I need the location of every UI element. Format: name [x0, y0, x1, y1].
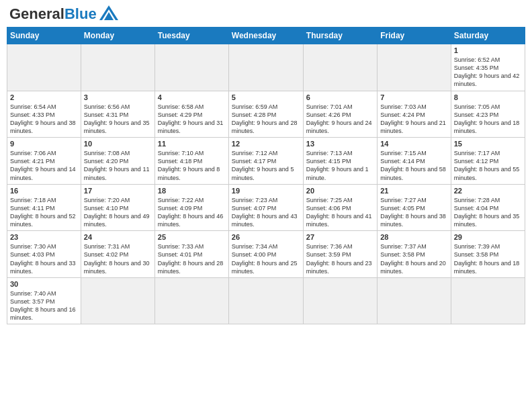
calendar-cell: 17Sunrise: 7:20 AMSunset: 4:10 PMDayligh… — [81, 184, 154, 231]
calendar-cell: 2Sunrise: 6:54 AMSunset: 4:33 PMDaylight… — [7, 91, 81, 138]
logo-general: General — [9, 5, 64, 22]
calendar-cell: 16Sunrise: 7:18 AMSunset: 4:11 PMDayligh… — [7, 184, 81, 231]
weekday-header-sunday: Sunday — [7, 28, 81, 44]
day-number: 10 — [84, 140, 152, 148]
day-number: 18 — [158, 187, 226, 195]
day-number: 1 — [454, 46, 522, 54]
day-number: 15 — [454, 140, 522, 148]
day-number: 5 — [232, 93, 300, 101]
calendar-cell: 21Sunrise: 7:27 AMSunset: 4:05 PMDayligh… — [378, 184, 451, 231]
calendar-cell — [303, 277, 377, 324]
day-info: Sunrise: 7:33 AMSunset: 4:01 PMDaylight:… — [158, 242, 226, 275]
calendar-cell: 1Sunrise: 6:52 AMSunset: 4:35 PMDaylight… — [451, 44, 525, 91]
day-number: 16 — [10, 187, 78, 195]
day-info: Sunrise: 7:37 AMSunset: 3:58 PMDaylight:… — [380, 242, 447, 275]
calendar-cell — [378, 277, 451, 324]
day-number: 26 — [232, 233, 300, 241]
calendar-cell — [228, 277, 303, 324]
calendar-week-row: 9Sunrise: 7:06 AMSunset: 4:21 PMDaylight… — [7, 138, 525, 185]
logo-blue: Blue — [64, 5, 97, 22]
calendar-week-row: 1Sunrise: 6:52 AMSunset: 4:35 PMDaylight… — [7, 44, 525, 91]
day-number: 28 — [380, 233, 447, 241]
day-info: Sunrise: 7:23 AMSunset: 4:07 PMDaylight:… — [232, 196, 300, 229]
weekday-header-monday: Monday — [81, 28, 154, 44]
day-number: 14 — [380, 140, 447, 148]
day-info: Sunrise: 7:31 AMSunset: 4:02 PMDaylight:… — [84, 242, 152, 275]
calendar-cell — [451, 277, 525, 324]
day-number: 2 — [10, 93, 78, 101]
day-info: Sunrise: 7:39 AMSunset: 3:58 PMDaylight:… — [454, 242, 522, 275]
calendar-cell: 18Sunrise: 7:22 AMSunset: 4:09 PMDayligh… — [154, 184, 228, 231]
day-info: Sunrise: 7:30 AMSunset: 4:03 PMDaylight:… — [10, 242, 78, 275]
calendar-cell: 10Sunrise: 7:08 AMSunset: 4:20 PMDayligh… — [81, 138, 154, 185]
calendar-cell: 30Sunrise: 7:40 AMSunset: 3:57 PMDayligh… — [7, 277, 81, 324]
calendar-cell: 5Sunrise: 6:59 AMSunset: 4:28 PMDaylight… — [228, 91, 303, 138]
day-info: Sunrise: 7:10 AMSunset: 4:18 PMDaylight:… — [158, 149, 226, 182]
calendar-cell — [154, 277, 228, 324]
calendar-cell: 9Sunrise: 7:06 AMSunset: 4:21 PMDaylight… — [7, 138, 81, 185]
calendar-cell — [81, 44, 154, 91]
calendar-week-row: 23Sunrise: 7:30 AMSunset: 4:03 PMDayligh… — [7, 231, 525, 278]
day-number: 21 — [380, 187, 447, 195]
calendar-cell: 12Sunrise: 7:12 AMSunset: 4:17 PMDayligh… — [228, 138, 303, 185]
weekday-header-tuesday: Tuesday — [154, 28, 228, 44]
day-info: Sunrise: 7:12 AMSunset: 4:17 PMDaylight:… — [232, 149, 300, 182]
day-number: 3 — [84, 93, 152, 101]
day-info: Sunrise: 7:13 AMSunset: 4:15 PMDaylight:… — [306, 149, 374, 182]
calendar-week-row: 2Sunrise: 6:54 AMSunset: 4:33 PMDaylight… — [7, 91, 525, 138]
day-info: Sunrise: 6:54 AMSunset: 4:33 PMDaylight:… — [10, 103, 78, 136]
calendar-cell: 27Sunrise: 7:36 AMSunset: 3:59 PMDayligh… — [303, 231, 377, 278]
calendar-cell: 7Sunrise: 7:03 AMSunset: 4:24 PMDaylight… — [378, 91, 451, 138]
calendar-cell — [7, 44, 81, 91]
calendar-cell: 13Sunrise: 7:13 AMSunset: 4:15 PMDayligh… — [303, 138, 377, 185]
day-info: Sunrise: 6:56 AMSunset: 4:31 PMDaylight:… — [84, 103, 152, 136]
day-number: 11 — [158, 140, 226, 148]
day-info: Sunrise: 7:03 AMSunset: 4:24 PMDaylight:… — [380, 103, 447, 136]
day-info: Sunrise: 6:59 AMSunset: 4:28 PMDaylight:… — [232, 103, 300, 136]
day-number: 8 — [454, 93, 522, 101]
calendar-cell: 4Sunrise: 6:58 AMSunset: 4:29 PMDaylight… — [154, 91, 228, 138]
day-number: 13 — [306, 140, 374, 148]
day-info: Sunrise: 7:18 AMSunset: 4:11 PMDaylight:… — [10, 196, 78, 229]
day-info: Sunrise: 7:40 AMSunset: 3:57 PMDaylight:… — [10, 289, 78, 322]
calendar-cell: 20Sunrise: 7:25 AMSunset: 4:06 PMDayligh… — [303, 184, 377, 231]
day-number: 24 — [84, 233, 152, 241]
logo: GeneralBlue — [9, 7, 118, 21]
day-number: 4 — [158, 93, 226, 101]
day-info: Sunrise: 6:58 AMSunset: 4:29 PMDaylight:… — [158, 103, 226, 136]
day-info: Sunrise: 7:22 AMSunset: 4:09 PMDaylight:… — [158, 196, 226, 229]
calendar-cell: 26Sunrise: 7:34 AMSunset: 4:00 PMDayligh… — [228, 231, 303, 278]
calendar-cell: 3Sunrise: 6:56 AMSunset: 4:31 PMDaylight… — [81, 91, 154, 138]
day-number: 17 — [84, 187, 152, 195]
day-info: Sunrise: 7:01 AMSunset: 4:26 PMDaylight:… — [306, 103, 374, 136]
calendar-cell: 19Sunrise: 7:23 AMSunset: 4:07 PMDayligh… — [228, 184, 303, 231]
day-number: 12 — [232, 140, 300, 148]
day-number: 20 — [306, 187, 374, 195]
day-number: 9 — [10, 140, 78, 148]
calendar-cell: 11Sunrise: 7:10 AMSunset: 4:18 PMDayligh… — [154, 138, 228, 185]
day-number: 30 — [10, 280, 78, 288]
calendar-cell — [154, 44, 228, 91]
calendar-cell: 23Sunrise: 7:30 AMSunset: 4:03 PMDayligh… — [7, 231, 81, 278]
day-number: 7 — [380, 93, 447, 101]
day-number: 27 — [306, 233, 374, 241]
weekday-header-wednesday: Wednesday — [228, 28, 303, 44]
weekday-header-friday: Friday — [378, 28, 451, 44]
weekday-header-saturday: Saturday — [451, 28, 525, 44]
day-number: 22 — [454, 187, 522, 195]
day-info: Sunrise: 7:27 AMSunset: 4:05 PMDaylight:… — [380, 196, 447, 229]
calendar-cell: 28Sunrise: 7:37 AMSunset: 3:58 PMDayligh… — [378, 231, 451, 278]
logo-text: GeneralBlue — [9, 7, 97, 21]
day-info: Sunrise: 7:15 AMSunset: 4:14 PMDaylight:… — [380, 149, 447, 182]
day-info: Sunrise: 7:17 AMSunset: 4:12 PMDaylight:… — [454, 149, 522, 182]
page-header: GeneralBlue — [7, 7, 525, 21]
day-number: 29 — [454, 233, 522, 241]
calendar-cell: 14Sunrise: 7:15 AMSunset: 4:14 PMDayligh… — [378, 138, 451, 185]
day-info: Sunrise: 7:34 AMSunset: 4:00 PMDaylight:… — [232, 242, 300, 275]
weekday-header-row: SundayMondayTuesdayWednesdayThursdayFrid… — [7, 28, 525, 44]
calendar-cell: 22Sunrise: 7:28 AMSunset: 4:04 PMDayligh… — [451, 184, 525, 231]
calendar-cell — [228, 44, 303, 91]
calendar-cell: 24Sunrise: 7:31 AMSunset: 4:02 PMDayligh… — [81, 231, 154, 278]
calendar-cell: 29Sunrise: 7:39 AMSunset: 3:58 PMDayligh… — [451, 231, 525, 278]
calendar-cell: 8Sunrise: 7:05 AMSunset: 4:23 PMDaylight… — [451, 91, 525, 138]
